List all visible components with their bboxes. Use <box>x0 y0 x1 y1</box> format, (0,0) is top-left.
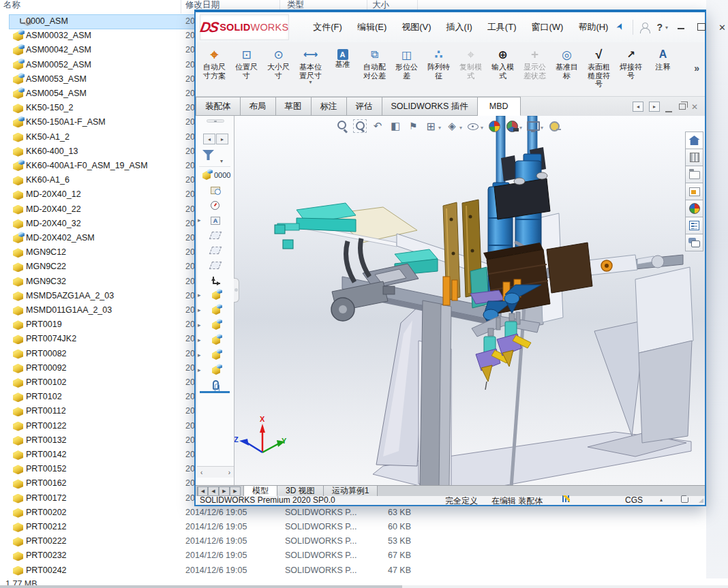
edit-assembly-status-icon[interactable] <box>562 495 570 502</box>
hud-section-view-button[interactable] <box>389 119 402 133</box>
user-account-icon[interactable] <box>639 22 650 33</box>
task-view-palette-button[interactable] <box>685 183 703 200</box>
menu-item-5[interactable]: 窗口(W) <box>524 18 571 36</box>
explorer-horizontal-scrollbar[interactable] <box>0 585 728 588</box>
collapse-pane-right-icon[interactable] <box>649 102 660 112</box>
tree-back-button[interactable]: ◂ <box>203 134 215 144</box>
hud-previous-view-button[interactable] <box>371 119 384 133</box>
tab-2[interactable]: 草图 <box>276 97 312 116</box>
help-button[interactable]: ? <box>656 22 663 33</box>
next-tab-icon[interactable]: ▶ <box>219 486 230 496</box>
menu-item-0[interactable]: 文件(F) <box>305 18 350 36</box>
collapse-pane-left-icon[interactable] <box>633 102 643 112</box>
document-minimize-button[interactable] <box>665 100 672 112</box>
toolbar-button-baseline-dimension[interactable]: 基本位置尺寸▾ <box>294 45 327 80</box>
toolbar-button-auto-pair-tolerance[interactable]: 自动配对公差 <box>359 45 391 80</box>
tree-item-assembly-root[interactable]: 0000 <box>197 169 234 183</box>
tree-filter-button[interactable]: ▾ <box>202 149 223 164</box>
hud-apply-scene-button[interactable] <box>505 119 522 133</box>
dropdown-caret-icon[interactable] <box>438 120 441 132</box>
tree-item-component[interactable] <box>197 334 234 347</box>
dropdown-caret-icon[interactable] <box>459 120 462 132</box>
dropdown-caret-icon[interactable]: ▾ <box>309 79 312 85</box>
file-row[interactable]: PRT002422014/12/6 19:05SOLIDWORKS P...47… <box>0 564 450 578</box>
dropdown-caret-icon[interactable] <box>519 120 522 132</box>
file-row[interactable]: PRT002322014/12/6 19:05SOLIDWORKS P...67… <box>0 549 450 563</box>
document-tab-1[interactable]: 3D 视图 <box>277 486 324 496</box>
minimize-button[interactable] <box>674 22 688 33</box>
tree-item-plane[interactable] <box>197 259 234 273</box>
expand-arrow-icon[interactable] <box>198 337 201 343</box>
hud-zoom-area-button[interactable] <box>353 119 367 133</box>
hud-measure-button[interactable] <box>547 119 561 133</box>
menu-item-2[interactable]: 视图(V) <box>394 18 438 36</box>
tree-item-plane[interactable] <box>197 229 234 243</box>
tree-item-plane[interactable] <box>197 244 234 258</box>
toolbar-button-import-scheme[interactable]: 输入模式 <box>487 45 519 80</box>
assembly-model[interactable]: X Y Z <box>196 116 705 485</box>
tab-0[interactable]: 装配体 <box>196 97 241 116</box>
dropdown-caret-icon[interactable] <box>541 120 543 132</box>
tab-6[interactable]: MBD <box>478 97 521 116</box>
graphics-viewport[interactable]: X Y Z ◂ ▸ ▾ 0000 ‹ › <box>196 116 705 485</box>
toolbar-button-weld-symbol[interactable]: 焊接符号 <box>615 45 647 80</box>
expand-arrow-icon[interactable] <box>198 307 201 313</box>
hud-view-settings-button[interactable] <box>526 119 543 133</box>
file-row[interactable]: PRT002022014/12/6 19:05SOLIDWORKS P...63… <box>0 506 450 520</box>
scroll-left-icon[interactable]: ‹ <box>200 469 202 476</box>
toolbar-button-datum-target[interactable]: 基准目标 <box>551 45 583 80</box>
document-tab-2[interactable]: 运动算例1 <box>324 486 378 496</box>
tab-3[interactable]: 标注 <box>312 97 347 116</box>
toolbar-overflow-button[interactable]: » <box>694 63 699 74</box>
panel-splitter-handle[interactable] <box>207 119 224 123</box>
unit-dropdown-icon[interactable]: ▴ <box>660 497 663 503</box>
toolbar-button-datum[interactable]: 基准 <box>327 45 359 69</box>
tab-4[interactable]: 评估 <box>347 97 382 116</box>
toolbar-button-note[interactable]: 注释 <box>647 45 679 72</box>
tag-icon[interactable] <box>681 495 688 503</box>
hud-annotation-flag-button[interactable] <box>406 119 420 133</box>
file-row[interactable]: PRT002122014/12/6 19:05SOLIDWORKS P...60… <box>0 521 450 534</box>
expand-arrow-icon[interactable] <box>198 217 201 223</box>
help-dropdown-icon[interactable]: ▾ <box>665 25 668 31</box>
tree-item-component[interactable] <box>197 319 234 332</box>
maximize-button[interactable] <box>694 22 709 33</box>
task-forum-button[interactable] <box>685 234 703 251</box>
expand-arrow-icon[interactable] <box>198 322 201 328</box>
dropdown-caret-icon[interactable] <box>481 120 483 132</box>
toolbar-button-size-dimension[interactable]: 大小尺寸 <box>262 45 294 80</box>
panel-flyout-handle[interactable] <box>234 278 239 303</box>
close-button[interactable] <box>715 22 728 33</box>
toolbar-button-geometric-tolerance[interactable]: 形位公差 <box>391 45 423 80</box>
document-close-button[interactable] <box>691 100 698 112</box>
tab-1[interactable]: 布局 <box>241 97 276 116</box>
tree-item-component[interactable] <box>197 289 234 303</box>
tree-horizontal-scrollbar[interactable]: ‹ › <box>197 466 234 478</box>
previous-tab-icon[interactable]: ◀ <box>208 486 219 496</box>
task-file-explorer-button[interactable] <box>685 166 703 183</box>
menu-item-3[interactable]: 插入(I) <box>439 18 480 36</box>
document-restore-button[interactable] <box>679 104 686 110</box>
tree-item-history[interactable] <box>197 184 234 198</box>
tree-forward-button[interactable]: ▸ <box>216 134 228 144</box>
scroll-right-icon[interactable]: › <box>228 469 230 476</box>
hud-zoom-fit-button[interactable] <box>335 119 349 133</box>
unit-system-label[interactable]: CGS <box>625 495 643 505</box>
toolbar-button-location-dimension[interactable]: 位置尺寸 <box>230 45 262 80</box>
tree-item-mates[interactable] <box>197 379 234 392</box>
hud-hide-show-button[interactable] <box>466 119 483 133</box>
tree-item-component[interactable] <box>197 349 234 362</box>
menu-item-6[interactable]: 帮助(H) <box>571 18 616 36</box>
document-tab-0[interactable]: 模型 <box>243 486 277 496</box>
tree-item-sensors[interactable] <box>197 199 234 213</box>
task-custom-properties-button[interactable] <box>685 217 703 234</box>
tree-item-annotations[interactable] <box>197 214 234 228</box>
tree-item-origin[interactable] <box>197 274 234 288</box>
last-tab-icon[interactable]: ▶ <box>230 486 241 496</box>
hud-view-orientation-button[interactable] <box>424 119 441 133</box>
toolbar-button-pattern-feature[interactable]: 阵列特征 <box>423 45 455 80</box>
first-tab-icon[interactable]: ◀ <box>197 486 208 496</box>
tree-item-component[interactable] <box>197 304 234 318</box>
menu-item-4[interactable]: 工具(T) <box>480 18 524 36</box>
expand-arrow-icon[interactable] <box>198 352 201 358</box>
